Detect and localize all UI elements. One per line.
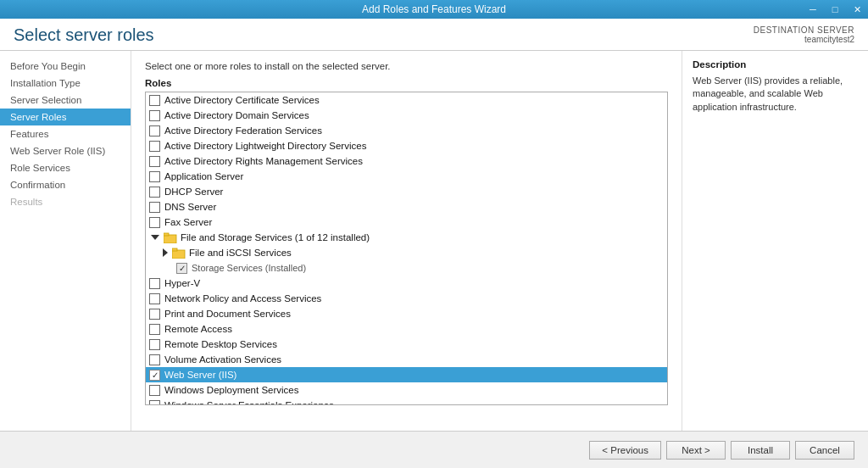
role-label-windows-essentials: Windows Server Essentials Experience — [164, 400, 334, 405]
install-button[interactable]: Install — [731, 441, 790, 460]
role-label-network-policy: Network Policy and Access Services — [164, 293, 321, 304]
sidebar-item-server-roles[interactable]: Server Roles — [0, 109, 131, 125]
page-header: Select server roles DESTINATION SERVER t… — [0, 19, 868, 51]
previous-button[interactable]: < Previous — [589, 441, 661, 460]
role-item-remote-desktop[interactable]: Remote Desktop Services — [146, 337, 667, 352]
role-item-dhcp[interactable]: DHCP Server — [146, 184, 667, 199]
destination-server-info: DESTINATION SERVER teamcitytest2 — [754, 25, 854, 44]
role-label-dns: DNS Server — [164, 202, 216, 212]
role-item-volume-activation[interactable]: Volume Activation Services — [146, 352, 667, 367]
role-label-print-doc: Print and Document Services — [164, 309, 291, 319]
checkbox-windows-deploy[interactable] — [149, 385, 160, 396]
checkbox-dhcp[interactable] — [149, 187, 160, 198]
role-item-app-server[interactable]: Application Server — [146, 169, 667, 184]
sidebar: Before You Begin Installation Type Serve… — [0, 51, 131, 431]
next-button[interactable]: Next > — [666, 441, 726, 460]
sidebar-item-before-you-begin[interactable]: Before You Begin — [0, 58, 131, 75]
window-title: Add Roles and Features Wizard — [362, 3, 506, 15]
title-bar: Add Roles and Features Wizard ─ □ ✕ — [0, 0, 868, 19]
minimize-button[interactable]: ─ — [802, 0, 824, 19]
sidebar-item-confirmation[interactable]: Confirmation — [0, 176, 131, 193]
checkbox-dns[interactable] — [149, 202, 160, 213]
description-title: Description — [693, 59, 858, 70]
role-label-web-server: Web Server (IIS) — [164, 370, 236, 380]
sidebar-item-installation-type[interactable]: Installation Type — [0, 75, 131, 92]
checkbox-print-doc[interactable] — [149, 309, 160, 320]
sidebar-item-web-server-role[interactable]: Web Server Role (IIS) — [0, 142, 131, 159]
checkbox-fax[interactable] — [149, 217, 160, 228]
expand-icon-file-storage[interactable] — [151, 235, 159, 240]
checkbox-ad-domain[interactable] — [149, 110, 160, 121]
description-text: Web Server (IIS) provides a reliable, ma… — [693, 75, 858, 114]
role-label-fax: Fax Server — [164, 217, 212, 227]
role-label-ad-cert: Active Directory Certificate Services — [164, 95, 320, 105]
role-label-app-server: Application Server — [164, 171, 243, 181]
checkbox-app-server[interactable] — [149, 171, 160, 182]
footer: < Previous Next > Install Cancel — [0, 431, 868, 468]
expand-icon-file-iscsi[interactable] — [163, 248, 168, 257]
close-button[interactable]: ✕ — [846, 0, 868, 19]
role-item-remote-access[interactable]: Remote Access — [146, 321, 667, 337]
role-item-ad-domain[interactable]: Active Directory Domain Services — [146, 108, 667, 123]
role-item-print-doc[interactable]: Print and Document Services — [146, 306, 667, 321]
role-label-ad-domain: Active Directory Domain Services — [164, 110, 309, 120]
destination-server-value: teamcitytest2 — [754, 35, 854, 44]
role-item-storage-services[interactable]: Storage Services (Installed) — [146, 260, 667, 276]
role-item-windows-deploy[interactable]: Windows Deployment Services — [146, 382, 667, 398]
role-item-web-server[interactable]: Web Server (IIS) — [146, 367, 667, 382]
role-label-ad-lightweight: Active Directory Lightweight Directory S… — [164, 141, 366, 151]
instruction-text: Select one or more roles to install on t… — [145, 61, 668, 71]
role-label-storage-services: Storage Services (Installed) — [192, 263, 306, 273]
sidebar-item-server-selection[interactable]: Server Selection — [0, 92, 131, 109]
role-item-file-iscsi[interactable]: File and iSCSI Services — [146, 245, 667, 260]
checkbox-web-server[interactable] — [149, 370, 160, 381]
role-label-dhcp: DHCP Server — [164, 187, 223, 197]
svg-rect-0 — [164, 235, 176, 243]
role-label-ad-fed: Active Directory Federation Services — [164, 125, 322, 136]
title-bar-controls: ─ □ ✕ — [802, 0, 868, 19]
folder-icon-file-storage — [164, 232, 177, 243]
cancel-button[interactable]: Cancel — [795, 441, 854, 460]
checkbox-ad-lightweight[interactable] — [149, 141, 160, 152]
description-panel: Description Web Server (IIS) provides a … — [682, 51, 868, 431]
svg-rect-3 — [172, 248, 177, 251]
role-item-fax[interactable]: Fax Server — [146, 214, 667, 230]
checkbox-windows-essentials[interactable] — [149, 400, 160, 406]
role-item-ad-rights[interactable]: Active Directory Rights Management Servi… — [146, 153, 667, 169]
maximize-button[interactable]: □ — [824, 0, 846, 19]
sidebar-item-role-services[interactable]: Role Services — [0, 159, 131, 176]
role-item-ad-cert[interactable]: Active Directory Certificate Services — [146, 92, 667, 108]
main-panel: Select one or more roles to install on t… — [131, 51, 682, 431]
sidebar-item-results: Results — [0, 193, 131, 210]
main-container: Select server roles DESTINATION SERVER t… — [0, 19, 868, 468]
role-label-file-storage: File and Storage Services (1 of 12 insta… — [181, 232, 370, 242]
role-item-dns[interactable]: DNS Server — [146, 199, 667, 214]
role-label-remote-access: Remote Access — [164, 324, 232, 334]
role-item-ad-fed[interactable]: Active Directory Federation Services — [146, 123, 667, 138]
sidebar-item-features[interactable]: Features — [0, 125, 131, 142]
checkbox-network-policy[interactable] — [149, 293, 160, 304]
checkbox-ad-fed[interactable] — [149, 125, 160, 136]
content-area: Before You Begin Installation Type Serve… — [0, 51, 868, 431]
role-item-windows-essentials[interactable]: Windows Server Essentials Experience — [146, 398, 667, 405]
checkbox-volume-activation[interactable] — [149, 354, 160, 365]
roles-listbox[interactable]: Active Directory Certificate Services Ac… — [145, 92, 668, 405]
role-item-file-storage[interactable]: File and Storage Services (1 of 12 insta… — [146, 230, 667, 245]
role-label-ad-rights: Active Directory Rights Management Servi… — [164, 156, 363, 166]
checkbox-ad-cert[interactable] — [149, 95, 160, 106]
role-label-remote-desktop: Remote Desktop Services — [164, 339, 277, 349]
checkbox-hyper-v[interactable] — [149, 278, 160, 289]
svg-rect-1 — [164, 233, 169, 236]
checkbox-remote-access[interactable] — [149, 324, 160, 335]
checkbox-ad-rights[interactable] — [149, 156, 160, 167]
role-item-hyper-v[interactable]: Hyper-V — [146, 276, 667, 291]
role-label-hyper-v: Hyper-V — [164, 278, 200, 288]
roles-label: Roles — [145, 78, 668, 88]
role-item-network-policy[interactable]: Network Policy and Access Services — [146, 291, 667, 306]
checkbox-remote-desktop[interactable] — [149, 339, 160, 350]
role-item-ad-lightweight[interactable]: Active Directory Lightweight Directory S… — [146, 138, 667, 153]
checkbox-storage-services[interactable] — [176, 263, 187, 274]
destination-server-label: DESTINATION SERVER — [754, 25, 854, 35]
svg-rect-2 — [172, 250, 185, 259]
role-label-volume-activation: Volume Activation Services — [164, 354, 281, 365]
